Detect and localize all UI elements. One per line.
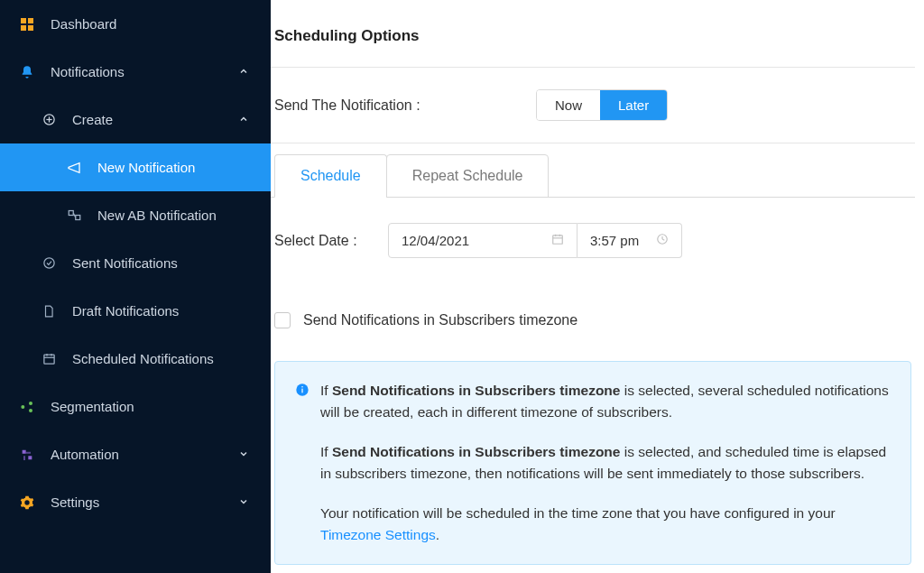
sidebar-item-label: New Notification (97, 160, 251, 175)
svg-point-16 (29, 402, 32, 405)
sidebar-item-sent-notifications[interactable]: Sent Notifications (0, 239, 271, 287)
bell-icon (20, 65, 34, 79)
chevron-down-icon (238, 494, 251, 510)
sidebar-item-notifications[interactable]: Notifications (0, 48, 271, 96)
automation-icon (20, 448, 34, 462)
svg-rect-7 (69, 211, 73, 216)
tab-schedule[interactable]: Schedule (274, 154, 387, 198)
send-now-button[interactable]: Now (537, 90, 600, 120)
send-toggle-group: Now Later (536, 89, 668, 121)
info-body: If Send Notifications in Subscribers tim… (320, 380, 891, 546)
time-input[interactable]: 3:57 pm (578, 223, 682, 258)
info-box: If Send Notifications in Subscribers tim… (274, 361, 911, 565)
checkbox-label: Send Notifications in Subscribers timezo… (303, 312, 578, 328)
sidebar-item-label: Settings (51, 494, 238, 510)
clock-icon (656, 233, 669, 248)
nodes-icon (20, 400, 34, 414)
sidebar-item-segmentation[interactable]: Segmentation (0, 383, 271, 430)
sidebar-item-create[interactable]: Create (0, 96, 271, 143)
svg-rect-1 (28, 18, 33, 23)
tabs: Schedule Repeat Schedule (271, 143, 915, 198)
calendar-icon (551, 233, 564, 248)
megaphone-icon (67, 161, 81, 175)
sidebar-item-label: Scheduled Notifications (72, 351, 251, 366)
sidebar-item-dashboard[interactable]: Dashboard (0, 0, 271, 48)
sidebar-item-draft-notifications[interactable]: Draft Notifications (0, 287, 271, 335)
sidebar-item-label: Draft Notifications (72, 303, 251, 319)
svg-rect-3 (28, 25, 33, 31)
document-icon (42, 304, 56, 319)
svg-rect-27 (301, 386, 302, 387)
sidebar-item-label: Dashboard (51, 16, 251, 32)
select-date-row: Select Date : 12/04/2021 3:57 pm (274, 223, 911, 258)
sidebar-item-new-ab-notification[interactable]: New AB Notification (0, 191, 271, 239)
gear-icon (20, 495, 34, 510)
svg-point-10 (43, 258, 53, 268)
info-icon (295, 382, 310, 403)
sidebar-item-new-notification[interactable]: New Notification (0, 143, 271, 191)
svg-rect-11 (43, 355, 53, 364)
sidebar-item-automation[interactable]: Automation (0, 430, 271, 478)
plus-circle-icon (42, 113, 56, 127)
info-paragraph: Your notification will be scheduled in t… (320, 503, 891, 546)
sidebar-item-label: New AB Notification (97, 208, 251, 223)
subscriber-timezone-checkbox-row[interactable]: Send Notifications in Subscribers timezo… (274, 312, 911, 328)
sidebar-item-label: Notifications (51, 64, 238, 79)
send-notification-label: Send The Notification : (274, 97, 536, 114)
main-content: Scheduling Options Send The Notification… (271, 0, 924, 573)
send-later-button[interactable]: Later (600, 90, 667, 120)
time-value: 3:57 pm (590, 233, 639, 248)
sidebar-item-label: Automation (51, 447, 238, 462)
sidebar-item-settings[interactable]: Settings (0, 478, 271, 526)
sidebar-item-label: Sent Notifications (72, 255, 251, 271)
sidebar-item-label: Create (72, 112, 238, 127)
chevron-up-icon (238, 64, 251, 79)
chevron-down-icon (238, 447, 251, 462)
checkbox[interactable] (274, 312, 291, 328)
timezone-settings-link[interactable]: Timezone Settings (320, 527, 436, 542)
tab-content: Select Date : 12/04/2021 3:57 pm Send No… (271, 197, 915, 565)
sidebar: Dashboard Notifications Create New Notif… (0, 0, 271, 573)
send-notification-row: Send The Notification : Now Later (271, 68, 915, 143)
svg-line-24 (662, 239, 664, 240)
calendar-icon (42, 352, 56, 366)
svg-rect-8 (75, 216, 79, 220)
svg-rect-18 (553, 236, 563, 244)
select-date-label: Select Date : (274, 233, 388, 249)
dashboard-icon (20, 17, 34, 32)
svg-rect-26 (301, 389, 302, 393)
svg-point-17 (29, 409, 32, 412)
chevron-up-icon (238, 112, 251, 127)
check-circle-icon (42, 256, 56, 271)
svg-point-15 (21, 405, 24, 409)
ab-test-icon (67, 208, 81, 223)
info-paragraph: If Send Notifications in Subscribers tim… (320, 380, 891, 423)
svg-rect-0 (21, 18, 26, 23)
sidebar-item-label: Segmentation (51, 399, 251, 414)
tab-repeat-schedule[interactable]: Repeat Schedule (386, 154, 550, 198)
date-value: 12/04/2021 (402, 233, 469, 248)
section-title: Scheduling Options (271, 25, 915, 68)
info-paragraph: If Send Notifications in Subscribers tim… (320, 441, 891, 485)
svg-rect-2 (21, 25, 26, 31)
sidebar-item-scheduled-notifications[interactable]: Scheduled Notifications (0, 335, 271, 383)
date-input[interactable]: 12/04/2021 (388, 223, 578, 258)
